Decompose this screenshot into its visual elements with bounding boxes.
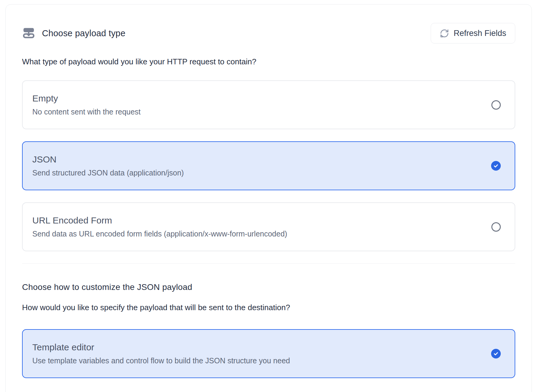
- option-text: Template editor Use template variables a…: [32, 342, 290, 365]
- payload-settings-panel: Choose payload type Refresh Fields What …: [5, 4, 532, 392]
- radio-selected-check-icon[interactable]: [491, 349, 501, 358]
- option-description: Send data as URL encoded form fields (ap…: [32, 230, 287, 238]
- panel-header: Choose payload type Refresh Fields: [22, 23, 515, 44]
- payload-tray-icon: [22, 27, 35, 40]
- customize-option-template-editor[interactable]: Template editor Use template variables a…: [22, 329, 515, 378]
- radio-selected-check-icon[interactable]: [491, 161, 501, 171]
- option-title: Empty: [32, 93, 141, 104]
- option-text: JSON Send structured JSON data (applicat…: [32, 154, 184, 177]
- option-title: JSON: [32, 154, 184, 165]
- radio-unselected-icon[interactable]: [491, 100, 501, 110]
- payload-option-empty[interactable]: Empty No content sent with the request: [22, 80, 515, 129]
- customize-section-heading: Choose how to customize the JSON payload: [22, 282, 515, 292]
- payload-option-url-encoded-form[interactable]: URL Encoded Form Send data as URL encode…: [22, 202, 515, 251]
- page-title: Choose payload type: [42, 28, 125, 38]
- option-description: Use template variables and control flow …: [32, 356, 290, 365]
- refresh-button-label: Refresh Fields: [454, 29, 506, 38]
- panel-header-left: Choose payload type: [22, 27, 125, 40]
- option-title: URL Encoded Form: [32, 215, 287, 226]
- refresh-fields-button[interactable]: Refresh Fields: [431, 23, 515, 43]
- customize-question: How would you like to specify the payloa…: [22, 303, 515, 312]
- option-text: Empty No content sent with the request: [32, 93, 141, 116]
- option-description: Send structured JSON data (application/j…: [32, 169, 184, 177]
- radio-unselected-icon[interactable]: [491, 222, 501, 232]
- option-title: Template editor: [32, 342, 290, 352]
- payload-options-list: Empty No content sent with the request J…: [22, 80, 515, 251]
- payload-option-json[interactable]: JSON Send structured JSON data (applicat…: [22, 141, 515, 190]
- section-divider: [22, 263, 515, 264]
- payload-type-question: What type of payload would you like your…: [22, 57, 515, 66]
- option-text: URL Encoded Form Send data as URL encode…: [32, 215, 287, 238]
- option-description: No content sent with the request: [32, 108, 141, 116]
- refresh-icon: [440, 29, 449, 38]
- customize-options-list: Template editor Use template variables a…: [22, 329, 515, 378]
